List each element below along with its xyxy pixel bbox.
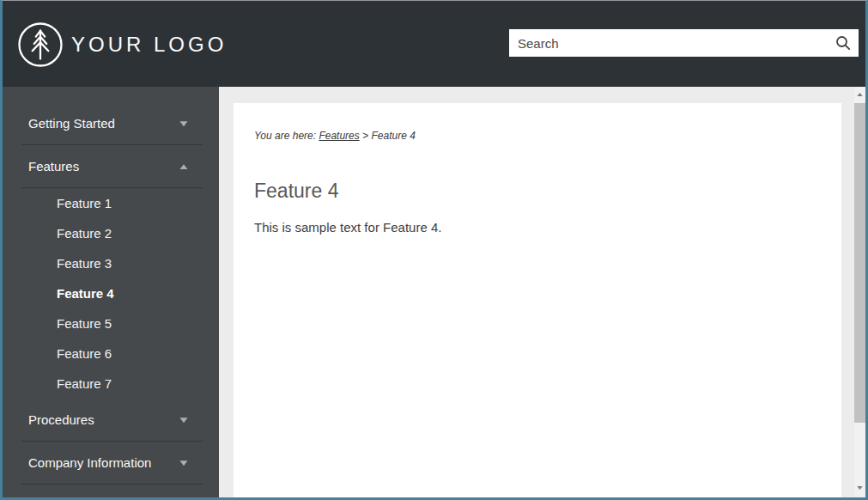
page-body-text: This is sample text for Feature 4. (254, 220, 821, 235)
breadcrumb: You are here: Features > Feature 4 (254, 130, 821, 142)
chevron-up-icon: ▲ (178, 162, 191, 171)
sidebar-section-company-information[interactable]: Company Information▼ (3, 442, 219, 484)
sidebar-item-feature-1[interactable]: Feature 1 (3, 188, 219, 218)
sidebar-section-label: Company Information (28, 455, 151, 470)
logo-text: YOUR LOGO (71, 33, 227, 57)
scroll-up-icon[interactable]: ▲ (854, 87, 865, 101)
scroll-down-icon[interactable]: ▼ (854, 480, 865, 495)
search-box (509, 29, 859, 57)
sidebar-section-label: Procedures (28, 412, 94, 427)
search-icon[interactable] (835, 34, 852, 52)
sidebar-section-getting-started[interactable]: Getting Started▼ (3, 102, 219, 144)
sidebar-item-feature-3[interactable]: Feature 3 (3, 248, 219, 278)
main-area: You are here: Features > Feature 4 Featu… (219, 87, 854, 497)
scrollbar-thumb[interactable] (854, 103, 865, 423)
chevron-down-icon: ▼ (178, 416, 191, 424)
sidebar-section-features[interactable]: Features▲ (3, 145, 219, 187)
sidebar-section-procedures[interactable]: Procedures▼ (3, 399, 219, 441)
breadcrumb-link-features[interactable]: Features (319, 130, 359, 142)
sidebar-item-feature-7[interactable]: Feature 7 (3, 369, 219, 399)
content-panel: You are here: Features > Feature 4 Featu… (234, 103, 841, 497)
page-title: Feature 4 (254, 180, 821, 203)
app-window: YOUR LOGO Getting Started▼Features▲Featu… (0, 0, 868, 500)
vertical-scrollbar[interactable]: ▲ ▼ (854, 87, 865, 497)
header: YOUR LOGO (3, 1, 865, 87)
breadcrumb-separator: > (362, 130, 368, 142)
search-input[interactable] (509, 29, 859, 57)
chevron-down-icon: ▼ (178, 119, 191, 128)
sidebar-item-feature-6[interactable]: Feature 6 (3, 338, 219, 369)
sidebar-item-feature-5[interactable]: Feature 5 (3, 308, 219, 338)
pine-tree-circle-icon (17, 21, 64, 68)
sidebar-item-feature-2[interactable]: Feature 2 (3, 218, 219, 248)
body-row: Getting Started▼Features▲Feature 1Featur… (3, 87, 865, 497)
logo: YOUR LOGO (17, 21, 227, 68)
chevron-down-icon: ▼ (178, 459, 191, 467)
sidebar-item-feature-4[interactable]: Feature 4 (3, 278, 219, 308)
sidebar-section-label: Features (28, 159, 79, 174)
sidebar-section-label: Getting Started (28, 116, 115, 131)
sidebar-nav: Getting Started▼Features▲Feature 1Featur… (3, 87, 219, 497)
sidebar-divider (21, 484, 203, 485)
breadcrumb-prefix: You are here: (254, 130, 316, 142)
breadcrumb-current: Feature 4 (371, 130, 415, 142)
